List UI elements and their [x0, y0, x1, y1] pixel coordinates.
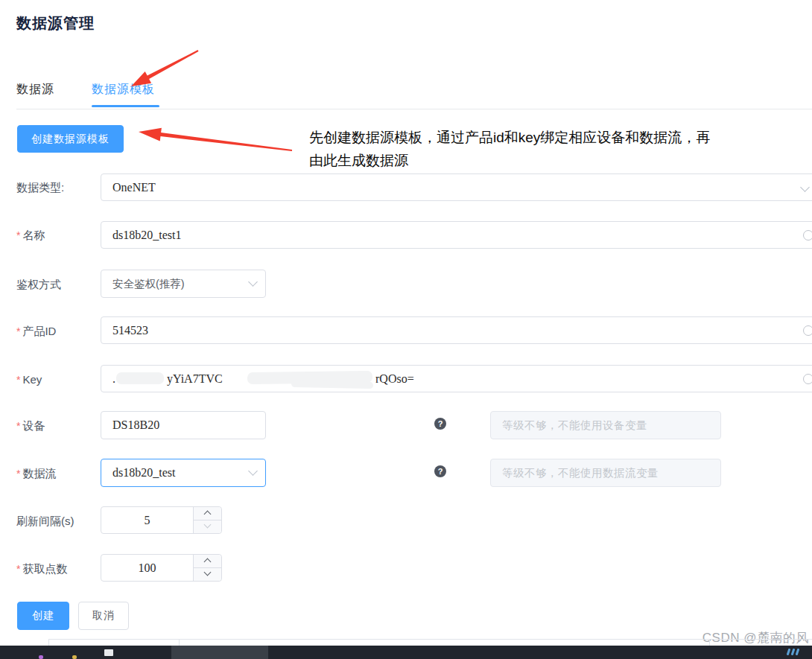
field-label-product-id: *产品ID: [16, 325, 56, 338]
tab-datasource[interactable]: 数据源: [16, 82, 54, 98]
window-edge-tick: [179, 639, 180, 646]
auth-value: 安全鉴权(推荐): [112, 270, 185, 297]
taskbar-icon[interactable]: [104, 649, 113, 656]
device-input[interactable]: DS18B20: [101, 411, 266, 439]
clear-circle-icon: [803, 230, 812, 241]
active-tab-underline: [92, 105, 159, 107]
key-value-fragment: yYiA7TVC: [167, 366, 223, 392]
field-label-refresh-interval: 刷新间隔(s): [16, 515, 74, 528]
annotation-line-1: 先创建数据源模板，通过产品id和key绑定相应设备和数据流，再: [309, 126, 756, 149]
red-arrow-to-template-tab: [131, 50, 199, 86]
key-value-fragment: rQOso=: [375, 366, 414, 392]
field-label-key: *Key: [16, 373, 42, 386]
chevron-down-icon: [203, 521, 211, 529]
chevron-down-icon: [203, 569, 211, 576]
window-top-edge: [48, 639, 812, 646]
name-input[interactable]: ds18b20_test1: [101, 221, 812, 249]
chevron-up-icon: [203, 511, 211, 518]
page: 数据源管理 数据源 数据源模板 创建数据源模板 先创建数据源模板，通过产品id和…: [0, 0, 812, 659]
create-template-button[interactable]: 创建数据源模板: [17, 125, 124, 153]
field-label-name: *名称: [16, 229, 45, 242]
stepper-controls: [193, 555, 221, 581]
field-label-device: *设备: [16, 419, 45, 433]
taskbar-icon[interactable]: [787, 649, 799, 657]
stepper-up-button[interactable]: [194, 555, 221, 568]
stepper-down-button[interactable]: [194, 520, 221, 534]
name-value: ds18b20_test1: [112, 222, 181, 248]
annotation-line-2: 由此生成数据源: [309, 149, 756, 172]
device-variable-input-disabled: [490, 411, 721, 439]
points-stepper[interactable]: 100: [101, 554, 222, 582]
taskbar: [0, 646, 812, 659]
create-button[interactable]: 创建: [17, 602, 69, 630]
stepper-controls: [193, 507, 221, 533]
required-asterisk: *: [16, 229, 20, 241]
auth-select[interactable]: 安全鉴权(推荐): [101, 270, 266, 298]
required-asterisk: *: [16, 468, 20, 480]
red-arrow-to-create-button: [139, 128, 292, 151]
taskbar-icon[interactable]: [72, 655, 77, 659]
datastream-variable-input-disabled: [490, 459, 721, 487]
clear-circle-icon: [803, 325, 812, 336]
stepper-down-button[interactable]: [194, 568, 221, 582]
tab-datasource-template[interactable]: 数据源模板: [92, 82, 155, 98]
taskbar-active-app[interactable]: [171, 646, 268, 659]
product-id-value: 514523: [112, 317, 148, 343]
field-label-points: *获取点数: [16, 562, 67, 576]
required-asterisk: *: [16, 563, 20, 575]
field-label-auth: 鉴权方式: [16, 278, 61, 291]
key-input[interactable]: . yYiA7TVC rQOso=: [101, 365, 812, 392]
refresh-interval-stepper[interactable]: 5: [101, 506, 222, 534]
chevron-up-icon: [203, 558, 211, 566]
window-edge-tick: [709, 639, 710, 646]
help-icon[interactable]: ?: [434, 465, 446, 477]
required-asterisk: *: [16, 374, 20, 386]
redaction-mark: [116, 372, 164, 384]
refresh-interval-value: 5: [101, 507, 193, 533]
field-label-datatype: 数据类型:: [16, 181, 64, 194]
field-label-datastream: *数据流: [16, 467, 56, 480]
chevron-down-icon: [248, 277, 258, 287]
cancel-button[interactable]: 取消: [78, 602, 129, 630]
key-value-prefix: .: [112, 366, 115, 392]
help-icon[interactable]: ?: [434, 418, 446, 430]
datatype-value: OneNET: [112, 174, 156, 200]
product-id-input[interactable]: 514523: [101, 316, 812, 344]
chevron-down-icon: [248, 466, 258, 476]
stepper-up-button[interactable]: [194, 507, 221, 520]
required-asterisk: *: [16, 420, 20, 432]
datatype-select[interactable]: OneNET: [101, 173, 812, 201]
redaction-mark: [291, 381, 373, 389]
device-value: DS18B20: [112, 412, 159, 439]
required-asterisk: *: [16, 325, 20, 337]
points-value: 100: [101, 555, 193, 581]
datastream-select[interactable]: ds18b20_test: [101, 459, 266, 487]
tab-divider: [16, 109, 812, 109]
taskbar-icon[interactable]: [39, 655, 43, 659]
clear-circle-icon: [803, 374, 812, 384]
page-title: 数据源管理: [16, 13, 95, 34]
datastream-value: ds18b20_test: [112, 459, 175, 486]
annotation-note: 先创建数据源模板，通过产品id和key绑定相应设备和数据流，再 由此生成数据源: [309, 126, 756, 172]
